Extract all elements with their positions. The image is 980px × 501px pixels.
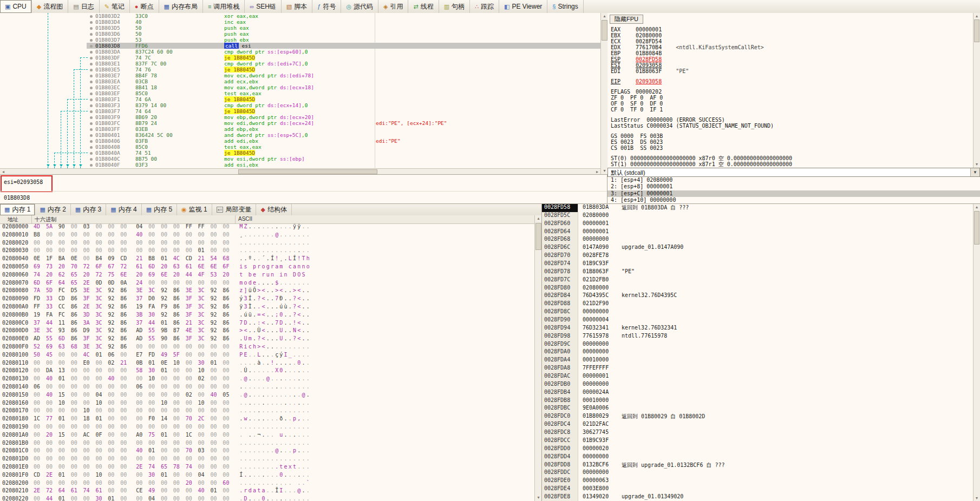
register-row[interactable]: EDX776170B4<ntdll.KiFastSystemCallRet> xyxy=(611,44,971,50)
tab-memory-map[interactable]: ▦内存布局 xyxy=(159,0,203,13)
disasm-row[interactable]: 01B80401836424 5C 00and dword ptr ss:[es… xyxy=(87,132,600,138)
dump-row[interactable]: 0208011000000000E00002210B010E1000300100… xyxy=(0,360,534,368)
register-row[interactable]: EFLAGS00000202 xyxy=(611,89,971,95)
stack-row[interactable]: 0028FD7801B8063F"PE" xyxy=(542,268,974,276)
registers-scrollbar[interactable]: ▴ ▾ xyxy=(973,13,980,168)
stack-row[interactable]: 0028FD9000000004 xyxy=(542,317,974,325)
dump-row[interactable]: 02080090FD33CD863F3C928637D092863F3C9286… xyxy=(0,295,534,304)
hscroll-thumb[interactable] xyxy=(238,169,377,174)
tab-memory-3[interactable]: ▦内存 3 xyxy=(71,204,106,215)
dump-row[interactable]: 020801F0CD2E0100001000000030010000040000… xyxy=(0,472,534,480)
dump-row[interactable]: 020800004D5A90000300000004000000FFFF0000… xyxy=(0,223,534,232)
stack-row[interactable]: 0028FD8002080000 xyxy=(542,285,974,293)
tab-source[interactable]: ◎源代码 xyxy=(341,0,378,13)
dump-row[interactable]: 020800706D6F64652E0D0D0A2400000000000000… xyxy=(0,280,534,288)
disasm-row[interactable]: 01B803DA837C24 60 00cmp dword ptr ss:[es… xyxy=(87,49,600,55)
stack-row[interactable]: 0028FD8C00000000 xyxy=(542,308,974,317)
dump-row[interactable]: 02080060742062652072756E20696E20444F5320… xyxy=(0,272,534,280)
register-row[interactable]: CF 0 TF 0 IF 1 xyxy=(611,107,971,113)
tab-notes[interactable]: ✎笔记 xyxy=(100,0,130,13)
disasm-row[interactable]: 01B803FF03EBadd ebp,ebx xyxy=(87,126,600,132)
dump-row[interactable]: 020801D000000000000000000000000000000000… xyxy=(0,456,534,464)
register-row[interactable]: CS 001B SS 0023 xyxy=(611,145,971,151)
tab-symbols[interactable]: ƒ符号 xyxy=(312,0,341,13)
hide-fpu-button[interactable]: 隐藏FPU xyxy=(610,15,643,24)
dump-row[interactable]: 0208005069732070726F6772616D2063616E6E6F… xyxy=(0,263,534,272)
dump-row[interactable]: 020800C0374411863A3C928637440186213C9286… xyxy=(0,320,534,328)
dump-row[interactable]: 0208020000000000000000000000000020000060… xyxy=(0,480,534,488)
tab-log[interactable]: ▤日志 xyxy=(68,0,99,13)
stack-row[interactable]: 0028FD5C02080000 xyxy=(542,212,974,220)
dump-row[interactable]: 020801A000201500AC0F0000A07501001C000000… xyxy=(0,432,534,440)
registers-pane[interactable]: 隐藏FPU EAX00000001EBX02080000ECX0028FD54E… xyxy=(607,13,980,203)
stack-row[interactable]: 0028FD7401B9C93F xyxy=(542,260,974,268)
dump-row[interactable]: 0208016000001000001000000000100000100000… xyxy=(0,400,534,408)
disasm-row[interactable]: 01B803FC8B79 24mov edi,dword ptr ds:[ecx… xyxy=(87,120,600,126)
vscroll-thumb[interactable] xyxy=(974,19,979,42)
scroll-up-button[interactable]: ▴ xyxy=(974,13,980,19)
disasm-row[interactable]: 01B8040C8B75 00mov esi,dword ptr ss:[ebp… xyxy=(87,156,600,162)
callconv-arg-row[interactable]: 1: [esp+4] 02080000 xyxy=(607,177,980,183)
stack-row[interactable]: 0028FDA87FFEFFFF xyxy=(542,365,974,373)
stack-row[interactable]: 0028FDE40003E800 xyxy=(542,485,974,493)
dump-pane[interactable]: 地址 十六进制 ASCII 020800004D5A90000300000004… xyxy=(0,215,541,501)
tab-call-stack[interactable]: ≡调用堆栈 xyxy=(203,0,245,13)
stack-row[interactable]: 0028FDC830627745 xyxy=(542,429,974,437)
tab-memory-1[interactable]: ▦内存 1 xyxy=(0,204,35,215)
stack-row[interactable]: 0028FD6000000001 xyxy=(542,220,974,228)
register-row[interactable]: OF 0 SF 0 DF 0 xyxy=(611,101,971,107)
register-row[interactable]: ES 0023 DS 0023 xyxy=(611,139,971,145)
register-row[interactable]: GS 0000 FS 003B xyxy=(611,133,971,139)
callconv-arg-row[interactable]: 2: [esp+8] 00000001 xyxy=(607,183,980,190)
tab-script[interactable]: ▧脚本 xyxy=(282,0,312,13)
disasm-row[interactable]: 01B803D550push eax xyxy=(87,25,600,31)
stack-row[interactable]: 0028FDB000000000 xyxy=(542,381,974,389)
dump-row[interactable]: 0208013000400100000040000010000000020000… xyxy=(0,375,534,384)
scroll-right-button[interactable]: ▸ xyxy=(594,169,600,174)
register-row[interactable]: LastError 00000000 (ERROR_SUCCESS) xyxy=(611,117,971,123)
stack-row[interactable]: 0028FD9877615978ntdll.77615978 xyxy=(542,333,974,341)
stack-row[interactable]: 0028FDE801349020upgrade_01.01349020 xyxy=(542,493,974,501)
register-row[interactable]: ST(1) 00000000000000000000 x87r1 空 0.000… xyxy=(611,161,971,167)
dump-row[interactable]: 02080100504500004C010600E7FD495F00000000… xyxy=(0,352,534,360)
disasm-row[interactable]: 01B8040F03F3add esi,ebx xyxy=(87,162,600,168)
tab-seh-chain[interactable]: ∞SEH链 xyxy=(245,0,282,13)
dump-row[interactable]: 020801E000000000000000002E74657874000000… xyxy=(0,464,534,472)
register-row[interactable]: EIP02093058 xyxy=(611,78,971,84)
register-row[interactable]: EAX00000001 xyxy=(611,27,971,32)
stack-row[interactable]: 0028FD5801B803DA返回到 01B803DA 自 ??? xyxy=(542,204,974,212)
disasm-row[interactable]: 01B803D753push ebx xyxy=(87,37,600,43)
disasm-row[interactable]: 01B803E574 76je 1B8045D xyxy=(87,67,600,72)
calling-convention-select[interactable]: 默认 (stdcall) ▼ xyxy=(607,168,980,177)
disasm-row[interactable]: 01B803F98B69 20mov ebp,dword ptr ds:[ecx… xyxy=(87,114,600,120)
tab-graph[interactable]: ◆流程图 xyxy=(32,0,68,13)
stack-row[interactable]: 0028FDB800010000 xyxy=(542,397,974,405)
disasm-row[interactable]: 01B803EF85C0test eax,eax xyxy=(87,90,600,96)
tab-handles[interactable]: ▥句柄 xyxy=(439,0,470,13)
stack-row[interactable]: 0028FDA000000000 xyxy=(542,348,974,357)
disasm-row[interactable]: 01B803DF74 7Cje 1B8045D xyxy=(87,55,600,61)
dump-row[interactable]: 020801801C7701001801000000F01400702C0000… xyxy=(0,416,534,424)
scroll-up-button[interactable]: ▴ xyxy=(974,204,980,210)
stack-row[interactable]: 0028FDB40000024A xyxy=(542,389,974,397)
stack-row[interactable]: 0028FDA400010000 xyxy=(542,357,974,365)
dump-row[interactable]: 020802102E72646174610000CE49000000400100… xyxy=(0,487,534,496)
dump-row[interactable]: 0208022000440100003001000004000000000000… xyxy=(0,496,534,501)
stack-row[interactable]: 0028FDE000000063 xyxy=(542,477,974,485)
disasm-row[interactable]: 01B803EC8B41 18mov eax,dword ptr ds:[ecx… xyxy=(87,84,600,90)
disasm-row[interactable]: 01B803F774 64je 1B8045D xyxy=(87,108,600,114)
stack-row[interactable]: 0028FD9C00000000 xyxy=(542,341,974,349)
disasm-row[interactable]: 01B803EA03CBadd ecx,ebx xyxy=(87,78,600,84)
register-row[interactable]: EBX02080000 xyxy=(611,32,971,38)
stack-vscrollbar[interactable]: ▴ ▾ xyxy=(973,204,980,501)
dump-row[interactable]: 020800E0AD556D863F3C9286AD5590863F3C9286… xyxy=(0,335,534,344)
dump-row[interactable]: 0208002000000000000000000000000000000000… xyxy=(0,240,534,248)
dump-row[interactable]: 0208003000000000000000000000000000010000… xyxy=(0,247,534,255)
vscroll-thumb[interactable] xyxy=(602,20,607,41)
scroll-down-button[interactable]: ▾ xyxy=(974,161,980,168)
disassembly-pane[interactable]: 01B803D233C0xor eax,eax01B803D440inc eax… xyxy=(0,13,608,174)
vscroll-thumb[interactable] xyxy=(535,223,541,250)
tab-struct[interactable]: ◆结构体 xyxy=(256,204,291,215)
register-row[interactable]: LastStatus C0000034 (STATUS_OBJECT_NAME_… xyxy=(611,123,971,129)
chevron-down-icon[interactable]: ▼ xyxy=(970,168,979,176)
